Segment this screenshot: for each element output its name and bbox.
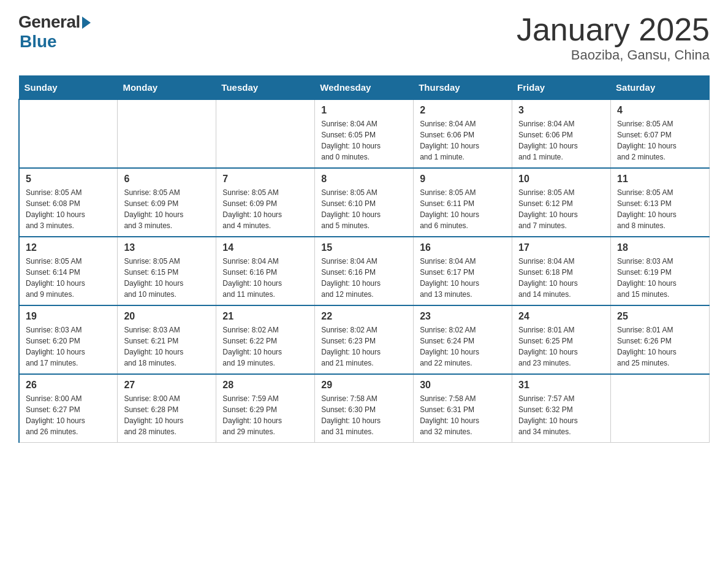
day-info: Sunrise: 8:05 AM Sunset: 6:12 PM Dayligh… <box>518 187 604 231</box>
day-number: 15 <box>321 242 407 253</box>
day-info: Sunrise: 8:04 AM Sunset: 6:06 PM Dayligh… <box>420 118 506 163</box>
page-header: General Blue January 2025 Baoziba, Gansu… <box>18 12 710 63</box>
calendar-title: January 2025 <box>517 12 710 47</box>
day-info: Sunrise: 8:02 AM Sunset: 6:22 PM Dayligh… <box>222 324 308 369</box>
calendar-cell: 25Sunrise: 8:01 AM Sunset: 6:26 PM Dayli… <box>611 305 710 374</box>
day-number: 2 <box>420 105 506 116</box>
day-info: Sunrise: 8:05 AM Sunset: 6:09 PM Dayligh… <box>222 187 308 231</box>
day-number: 31 <box>518 380 604 391</box>
calendar-cell <box>118 99 216 168</box>
calendar-cell: 17Sunrise: 8:04 AM Sunset: 6:18 PM Dayli… <box>512 237 611 305</box>
calendar-cell: 22Sunrise: 8:02 AM Sunset: 6:23 PM Dayli… <box>315 305 414 374</box>
header-day-saturday: Saturday <box>611 76 710 100</box>
header-day-tuesday: Tuesday <box>216 76 315 100</box>
day-number: 27 <box>124 380 210 391</box>
day-info: Sunrise: 8:05 AM Sunset: 6:10 PM Dayligh… <box>321 187 407 231</box>
day-info: Sunrise: 8:00 AM Sunset: 6:27 PM Dayligh… <box>26 393 111 437</box>
day-number: 5 <box>26 174 111 185</box>
calendar-cell: 3Sunrise: 8:04 AM Sunset: 6:06 PM Daylig… <box>512 99 611 168</box>
day-number: 8 <box>321 174 407 185</box>
day-info: Sunrise: 8:05 AM Sunset: 6:15 PM Dayligh… <box>124 256 210 300</box>
calendar-cell: 10Sunrise: 8:05 AM Sunset: 6:12 PM Dayli… <box>512 168 611 237</box>
logo-general-text: General <box>18 12 80 32</box>
calendar-cell: 29Sunrise: 7:58 AM Sunset: 6:30 PM Dayli… <box>315 374 414 443</box>
calendar-week-2: 5Sunrise: 8:05 AM Sunset: 6:08 PM Daylig… <box>19 168 710 237</box>
day-number: 30 <box>420 380 506 391</box>
logo: General Blue <box>18 12 91 52</box>
calendar-cell: 19Sunrise: 8:03 AM Sunset: 6:20 PM Dayli… <box>19 305 118 374</box>
calendar-week-5: 26Sunrise: 8:00 AM Sunset: 6:27 PM Dayli… <box>19 374 710 443</box>
day-number: 28 <box>222 380 308 391</box>
calendar-cell: 7Sunrise: 8:05 AM Sunset: 6:09 PM Daylig… <box>216 168 315 237</box>
day-info: Sunrise: 8:03 AM Sunset: 6:20 PM Dayligh… <box>26 324 111 369</box>
calendar-cell: 31Sunrise: 7:57 AM Sunset: 6:32 PM Dayli… <box>512 374 611 443</box>
day-number: 11 <box>617 174 703 185</box>
day-number: 22 <box>321 311 407 322</box>
day-number: 21 <box>222 311 308 322</box>
calendar-cell: 30Sunrise: 7:58 AM Sunset: 6:31 PM Dayli… <box>414 374 512 443</box>
day-number: 24 <box>518 311 604 322</box>
header-day-sunday: Sunday <box>19 76 118 100</box>
logo-arrow-icon <box>82 17 91 29</box>
day-number: 9 <box>420 174 506 185</box>
header-row: SundayMondayTuesdayWednesdayThursdayFrid… <box>19 76 710 100</box>
calendar-table: SundayMondayTuesdayWednesdayThursdayFrid… <box>18 75 710 443</box>
day-number: 4 <box>617 105 703 116</box>
calendar-cell: 15Sunrise: 8:04 AM Sunset: 6:16 PM Dayli… <box>315 237 414 305</box>
calendar-week-3: 12Sunrise: 8:05 AM Sunset: 6:14 PM Dayli… <box>19 237 710 305</box>
day-number: 20 <box>124 311 210 322</box>
day-info: Sunrise: 8:05 AM Sunset: 6:11 PM Dayligh… <box>420 187 506 231</box>
header-day-thursday: Thursday <box>414 76 512 100</box>
calendar-cell: 4Sunrise: 8:05 AM Sunset: 6:07 PM Daylig… <box>611 99 710 168</box>
day-info: Sunrise: 7:57 AM Sunset: 6:32 PM Dayligh… <box>518 393 604 437</box>
day-info: Sunrise: 8:05 AM Sunset: 6:08 PM Dayligh… <box>26 187 111 231</box>
day-info: Sunrise: 8:04 AM Sunset: 6:16 PM Dayligh… <box>222 256 308 300</box>
day-number: 17 <box>518 242 604 253</box>
day-info: Sunrise: 8:00 AM Sunset: 6:28 PM Dayligh… <box>124 393 210 437</box>
calendar-cell: 27Sunrise: 8:00 AM Sunset: 6:28 PM Dayli… <box>118 374 216 443</box>
day-number: 29 <box>321 380 407 391</box>
calendar-cell: 21Sunrise: 8:02 AM Sunset: 6:22 PM Dayli… <box>216 305 315 374</box>
day-number: 25 <box>617 311 703 322</box>
calendar-cell: 14Sunrise: 8:04 AM Sunset: 6:16 PM Dayli… <box>216 237 315 305</box>
day-info: Sunrise: 8:05 AM Sunset: 6:14 PM Dayligh… <box>26 256 111 300</box>
day-info: Sunrise: 8:04 AM Sunset: 6:06 PM Dayligh… <box>518 118 604 163</box>
header-day-wednesday: Wednesday <box>315 76 414 100</box>
day-number: 13 <box>124 242 210 253</box>
day-number: 18 <box>617 242 703 253</box>
header-day-friday: Friday <box>512 76 611 100</box>
calendar-cell: 16Sunrise: 8:04 AM Sunset: 6:17 PM Dayli… <box>414 237 512 305</box>
day-number: 6 <box>124 174 210 185</box>
calendar-cell: 20Sunrise: 8:03 AM Sunset: 6:21 PM Dayli… <box>118 305 216 374</box>
day-info: Sunrise: 8:04 AM Sunset: 6:16 PM Dayligh… <box>321 256 407 300</box>
calendar-body: 1Sunrise: 8:04 AM Sunset: 6:05 PM Daylig… <box>19 99 710 443</box>
day-info: Sunrise: 8:05 AM Sunset: 6:07 PM Dayligh… <box>617 118 703 163</box>
calendar-week-4: 19Sunrise: 8:03 AM Sunset: 6:20 PM Dayli… <box>19 305 710 374</box>
calendar-cell: 1Sunrise: 8:04 AM Sunset: 6:05 PM Daylig… <box>315 99 414 168</box>
day-info: Sunrise: 8:03 AM Sunset: 6:21 PM Dayligh… <box>124 324 210 369</box>
calendar-cell: 12Sunrise: 8:05 AM Sunset: 6:14 PM Dayli… <box>19 237 118 305</box>
day-number: 1 <box>321 105 407 116</box>
calendar-cell: 5Sunrise: 8:05 AM Sunset: 6:08 PM Daylig… <box>19 168 118 237</box>
day-number: 10 <box>518 174 604 185</box>
day-info: Sunrise: 7:58 AM Sunset: 6:31 PM Dayligh… <box>420 393 506 437</box>
day-info: Sunrise: 7:59 AM Sunset: 6:29 PM Dayligh… <box>222 393 308 437</box>
calendar-subtitle: Baoziba, Gansu, China <box>517 47 710 63</box>
calendar-cell: 9Sunrise: 8:05 AM Sunset: 6:11 PM Daylig… <box>414 168 512 237</box>
title-block: January 2025 Baoziba, Gansu, China <box>517 12 710 63</box>
day-info: Sunrise: 8:02 AM Sunset: 6:23 PM Dayligh… <box>321 324 407 369</box>
calendar-cell <box>19 99 118 168</box>
day-info: Sunrise: 8:03 AM Sunset: 6:19 PM Dayligh… <box>617 256 703 300</box>
calendar-cell: 24Sunrise: 8:01 AM Sunset: 6:25 PM Dayli… <box>512 305 611 374</box>
day-info: Sunrise: 8:04 AM Sunset: 6:05 PM Dayligh… <box>321 118 407 163</box>
calendar-cell <box>216 99 315 168</box>
day-info: Sunrise: 8:02 AM Sunset: 6:24 PM Dayligh… <box>420 324 506 369</box>
day-number: 19 <box>26 311 111 322</box>
header-day-monday: Monday <box>118 76 216 100</box>
calendar-week-1: 1Sunrise: 8:04 AM Sunset: 6:05 PM Daylig… <box>19 99 710 168</box>
calendar-header: SundayMondayTuesdayWednesdayThursdayFrid… <box>19 76 710 100</box>
day-info: Sunrise: 7:58 AM Sunset: 6:30 PM Dayligh… <box>321 393 407 437</box>
day-number: 12 <box>26 242 111 253</box>
calendar-cell: 11Sunrise: 8:05 AM Sunset: 6:13 PM Dayli… <box>611 168 710 237</box>
calendar-cell: 23Sunrise: 8:02 AM Sunset: 6:24 PM Dayli… <box>414 305 512 374</box>
